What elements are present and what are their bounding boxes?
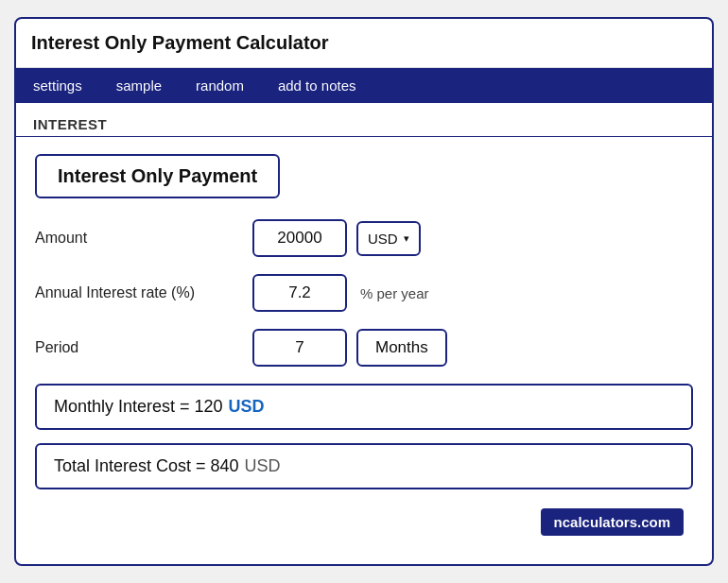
period-unit[interactable]: Months — [356, 329, 447, 367]
content-area: Interest Only Payment Amount USD ▾ Annua… — [16, 137, 712, 564]
total-interest-currency: USD — [245, 456, 281, 476]
interest-rate-label: Annual Interest rate (%) — [35, 284, 243, 301]
period-row: Period Months — [35, 329, 693, 367]
amount-label: Amount — [35, 230, 243, 247]
interest-rate-input[interactable] — [252, 274, 347, 312]
currency-label: USD — [368, 231, 398, 247]
tab-settings[interactable]: settings — [16, 68, 99, 103]
chevron-down-icon: ▾ — [404, 232, 409, 245]
total-interest-label: Total Interest Cost = 840 — [54, 456, 239, 476]
calculator-container: Interest Only Payment Calculator setting… — [14, 17, 714, 566]
tab-random[interactable]: random — [179, 68, 261, 103]
tab-add-to-notes[interactable]: add to notes — [261, 68, 373, 103]
total-interest-result: Total Interest Cost = 840 USD — [35, 443, 693, 489]
amount-input[interactable] — [252, 219, 347, 257]
period-input[interactable] — [252, 329, 347, 367]
result-label: Interest Only Payment — [35, 154, 280, 198]
interest-rate-row: Annual Interest rate (%) % per year — [35, 274, 693, 312]
section-header: INTEREST — [16, 103, 712, 137]
monthly-interest-label: Monthly Interest = 120 — [54, 397, 223, 417]
tab-sample[interactable]: sample — [99, 68, 179, 103]
brand-label: ncalculators.com — [541, 508, 684, 536]
calculator-title: Interest Only Payment Calculator — [16, 19, 712, 68]
period-label: Period — [35, 339, 243, 356]
interest-rate-unit: % per year — [360, 285, 429, 301]
amount-row: Amount USD ▾ — [35, 219, 693, 257]
monthly-interest-result: Monthly Interest = 120 USD — [35, 384, 693, 430]
footer-brand-area: ncalculators.com — [35, 503, 693, 545]
currency-dropdown[interactable]: USD ▾ — [356, 221, 421, 256]
monthly-interest-currency: USD — [229, 397, 265, 417]
tab-bar: settings sample random add to notes — [16, 68, 712, 103]
